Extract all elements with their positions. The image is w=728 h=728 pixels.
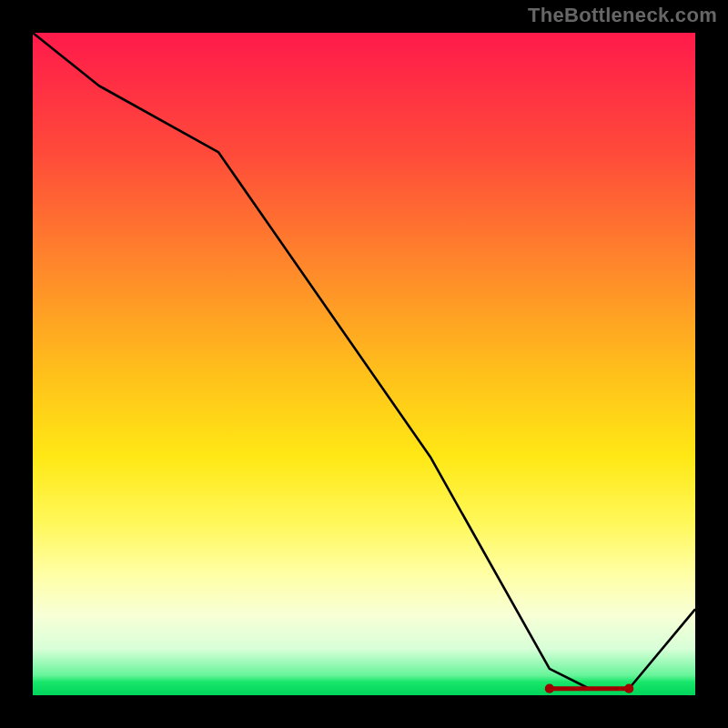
chart-frame: TheBottleneck.com (0, 0, 728, 728)
optimal-range-dot-left (545, 684, 554, 693)
chart-svg (33, 33, 695, 695)
optimal-range-dot-right (624, 684, 633, 693)
watermark-text: TheBottleneck.com (528, 4, 717, 27)
plot-area (33, 33, 695, 695)
bottleneck-curve-line (33, 33, 695, 689)
